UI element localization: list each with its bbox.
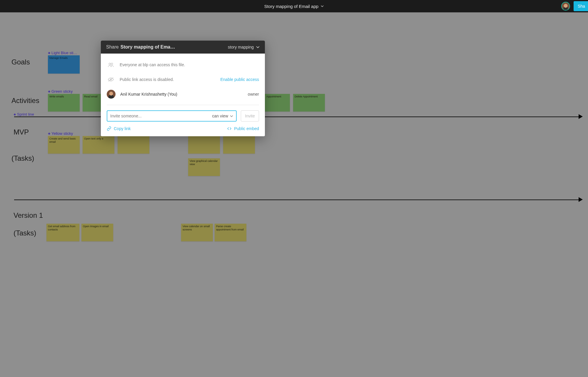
modal-overlay[interactable] bbox=[0, 12, 588, 377]
svg-point-1 bbox=[111, 63, 113, 65]
share-modal-body: Everyone at blp can access this file. Pu… bbox=[101, 54, 265, 136]
public-access-row: Public link access is disabled. Enable p… bbox=[107, 74, 259, 85]
eye-off-icon bbox=[107, 77, 115, 82]
share-button[interactable]: Sha bbox=[574, 1, 588, 11]
link-icon bbox=[107, 126, 111, 131]
topbar-right: Sha bbox=[561, 0, 588, 12]
permission-dropdown[interactable]: can view bbox=[209, 114, 236, 118]
share-user-name: Anil Kumar Krishnashetty (You) bbox=[120, 92, 243, 97]
topbar: Story mapping of Email app Sha bbox=[0, 0, 588, 12]
avatar bbox=[107, 90, 116, 99]
board-title-dropdown[interactable]: Story mapping of Email app bbox=[264, 4, 324, 9]
enable-public-access-link[interactable]: Enable public access bbox=[220, 77, 259, 82]
share-user-row: Anil Kumar Krishnashetty (You) owner bbox=[107, 88, 259, 100]
share-modal: Share Story mapping of Ema… story mappin… bbox=[101, 41, 265, 136]
invite-row: can view Invite bbox=[107, 110, 259, 122]
avatar[interactable] bbox=[561, 2, 570, 11]
share-footer: Copy link Public embed bbox=[107, 126, 259, 131]
share-prefix: Share bbox=[106, 44, 119, 50]
svg-point-0 bbox=[109, 63, 111, 65]
people-icon bbox=[107, 62, 115, 67]
share-board-name: Story mapping of Ema… bbox=[121, 44, 175, 50]
board-title: Story mapping of Email app bbox=[264, 4, 318, 9]
invite-box: can view bbox=[107, 110, 237, 122]
public-embed-button[interactable]: Public embed bbox=[227, 126, 259, 131]
chevron-down-icon bbox=[256, 45, 260, 49]
public-access-text: Public link access is disabled. bbox=[120, 77, 216, 82]
share-modal-header: Share Story mapping of Ema… story mappin… bbox=[101, 41, 265, 54]
copy-link-button[interactable]: Copy link bbox=[107, 126, 131, 131]
chevron-down-icon bbox=[230, 114, 233, 118]
invite-button[interactable]: Invite bbox=[241, 110, 259, 122]
divider bbox=[107, 105, 259, 105]
share-user-role: owner bbox=[248, 92, 259, 97]
invite-input[interactable] bbox=[107, 114, 209, 118]
code-icon bbox=[227, 126, 232, 131]
chevron-down-icon bbox=[321, 5, 324, 8]
org-access-row: Everyone at blp can access this file. bbox=[107, 59, 259, 71]
share-category-dropdown[interactable]: story mapping bbox=[228, 45, 260, 49]
org-access-text: Everyone at blp can access this file. bbox=[120, 62, 259, 67]
